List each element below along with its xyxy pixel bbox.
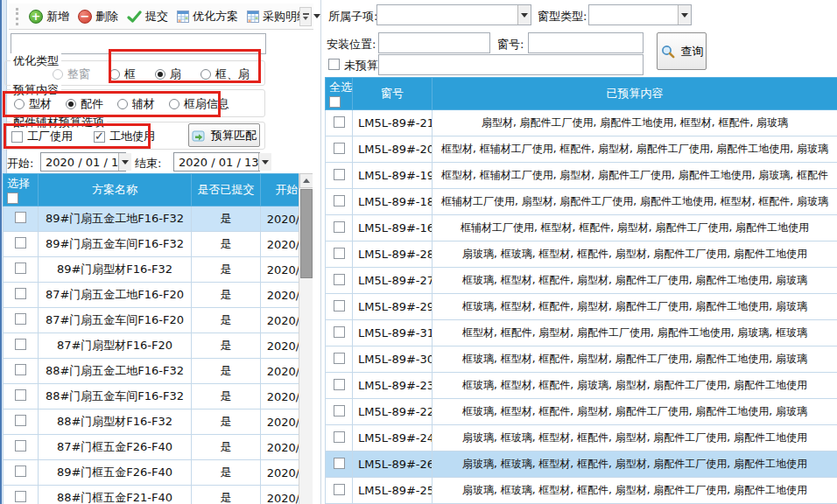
row-checkbox[interactable]	[334, 326, 345, 338]
plan-search-input[interactable]	[11, 33, 266, 54]
window-no-cell[interactable]: LM5L-89#-24F22	[353, 425, 433, 452]
select-all-plans-checkbox[interactable]	[7, 192, 18, 204]
row-checkbox[interactable]	[334, 221, 345, 233]
budget-content-option-4[interactable]: 框扇信息	[169, 96, 229, 112]
optimize-type-option-4[interactable]: 框、扇	[200, 66, 250, 82]
end-date-dropdown-button[interactable]	[258, 153, 271, 171]
budgeted-content-cell[interactable]: 框型材, 框辅材工厂使用, 扇型材, 扇配件工厂使用, 扇配件工地使用, 扇玻璃…	[433, 163, 837, 189]
window-row[interactable]: LM5L-89#-18F16框辅材工厂使用, 扇型材, 扇配件工厂使用, 扇配件…	[326, 189, 837, 215]
plan-name-cell[interactable]: 89#门框五金F26-F40	[39, 460, 192, 486]
plan-row[interactable]: 87#门扇型材F16-F20是2020/0	[4, 333, 313, 359]
window-no-cell[interactable]: LM5L-89#-20F18	[353, 136, 433, 163]
plan-row-select-cell[interactable]	[4, 333, 39, 359]
window-row-select-cell[interactable]	[326, 268, 353, 294]
plan-submitted-cell[interactable]: 是	[192, 333, 261, 359]
window-row-select-cell[interactable]	[326, 320, 353, 346]
budget-content-option-1[interactable]: 型材	[14, 96, 52, 112]
window-no-cell[interactable]: LM5L-89#-30F28	[353, 346, 433, 373]
window-row-select-cell[interactable]	[326, 373, 353, 399]
row-checkbox[interactable]	[15, 288, 26, 299]
budgeted-content-cell[interactable]: 框玻璃, 框型材, 框配件, 扇玻璃, 扇型材, 扇配件工厂使用, 扇配件工地使…	[433, 373, 837, 399]
plan-name-cell[interactable]: 88#门扇五金车间F16-F32	[39, 384, 192, 410]
plan-name-cell[interactable]: 88#门扇型材F16-F32	[39, 410, 192, 435]
window-row-select-cell[interactable]	[326, 163, 353, 189]
window-no-cell[interactable]: LM5L-89#-28F26	[353, 242, 433, 268]
plan-row-select-cell[interactable]	[4, 486, 39, 504]
plan-name-cell[interactable]: 87#门扇五金车间F16-F20	[39, 308, 192, 333]
submit-button[interactable]: 提交	[127, 9, 168, 24]
plan-row-select-cell[interactable]	[4, 384, 39, 410]
select-all-column-header[interactable]: 全选	[326, 78, 353, 110]
budgeted-content-cell[interactable]: 框辅材工厂使用, 扇型材, 扇配件工厂使用, 扇配件工地使用, 框型材, 框配件…	[433, 189, 837, 215]
plan-name-cell[interactable]: 89#门扇五金工地F16-F32	[39, 206, 192, 232]
plan-row[interactable]: 88#门扇五金工地F16-F32是2020/0	[4, 359, 313, 384]
plan-row-select-cell[interactable]	[4, 435, 39, 460]
window-no-column-header[interactable]: 窗号	[353, 78, 433, 110]
usage-option-2[interactable]: 工地使用	[94, 129, 155, 144]
window-row-select-cell[interactable]	[326, 136, 353, 163]
plan-name-cell[interactable]: 88#门扇五金工地F16-F32	[39, 359, 192, 384]
row-checkbox[interactable]	[15, 440, 26, 452]
unbudgeted-input[interactable]	[378, 54, 644, 75]
window-row[interactable]: LM5L-89#-30F28框玻璃, 框型材, 框配件, 扇型材, 扇配件工厂使…	[326, 346, 837, 373]
budget-content-option-3[interactable]: 辅材	[117, 96, 155, 112]
select-all-windows-checkbox[interactable]	[329, 96, 341, 108]
unbudgeted-checkbox[interactable]	[328, 59, 340, 70]
row-checkbox[interactable]	[334, 405, 345, 416]
start-date-dropdown-button[interactable]	[118, 153, 131, 171]
plan-submitted-cell[interactable]: 是	[192, 486, 261, 504]
budgeted-content-cell[interactable]: 框玻璃, 框型材, 框配件, 扇型材, 扇配件工厂使用, 扇配件工地使用, 扇玻…	[433, 346, 837, 373]
optimize-plan-button[interactable]: 优化方案	[177, 9, 238, 24]
row-checkbox[interactable]	[15, 262, 26, 274]
window-row[interactable]: LM5L-89#-19F17框型材, 框辅材工厂使用, 扇型材, 扇配件工厂使用…	[326, 163, 837, 189]
plan-row[interactable]: 89#门扇型材F16-F32是2020/0	[4, 257, 313, 283]
budgeted-content-cell[interactable]: 扇玻璃, 框玻璃, 框型材, 框配件, 扇型材, 扇配件工厂使用, 扇配件工地使…	[433, 452, 837, 478]
window-no-cell[interactable]: LM5L-89#-29F27	[353, 294, 433, 320]
delete-button[interactable]: − 删除	[78, 9, 118, 24]
install-position-input[interactable]	[378, 32, 490, 53]
window-row-select-cell[interactable]	[326, 189, 353, 215]
budgeted-content-cell[interactable]: 框辅材工厂使用, 框型材, 框配件, 扇型材, 扇配件工厂使用, 扇配件工地使用	[433, 215, 837, 242]
plan-name-cell[interactable]: 87#门框五金F26-F40	[39, 435, 192, 460]
row-checkbox[interactable]	[334, 300, 345, 312]
plan-row[interactable]: 88#门扇五金车间F16-F32是2020/0	[4, 384, 313, 410]
plan-submitted-cell[interactable]: 是	[192, 435, 261, 460]
submitted-column-header[interactable]: 是否已提交	[192, 174, 261, 206]
usage-option-1[interactable]: 工厂使用	[11, 129, 73, 144]
window-row[interactable]: LM5L-89#-29F27框玻璃, 框型材, 框配件, 扇型材, 扇配件工厂使…	[326, 294, 837, 320]
window-no-cell[interactable]: LM5L-89#-18F16	[353, 189, 433, 215]
plan-name-cell[interactable]: 89#门扇型材F16-F32	[39, 257, 192, 283]
plan-row[interactable]: 87#门扇五金工地F16-F20是2020/0	[4, 283, 313, 308]
plan-submitted-cell[interactable]: 是	[192, 283, 261, 308]
plan-submitted-cell[interactable]: 是	[192, 359, 261, 384]
plan-submitted-cell[interactable]: 是	[192, 384, 261, 410]
plan-row[interactable]: 87#门框五金F26-F40是2020/0	[4, 435, 313, 460]
window-row-select-cell[interactable]	[326, 478, 353, 504]
plan-submitted-cell[interactable]: 是	[192, 460, 261, 486]
window-row-select-cell[interactable]	[326, 110, 353, 136]
row-checkbox[interactable]	[15, 466, 26, 477]
row-checkbox[interactable]	[334, 431, 345, 443]
budgeted-content-cell[interactable]: 框玻璃, 框型材, 框配件, 扇型材, 扇配件工厂使用, 扇配件工地使用, 扇玻…	[433, 268, 837, 294]
window-row[interactable]: LM5L-89#-21F19扇型材, 扇配件工厂使用, 扇配件工地使用, 框型材…	[326, 110, 837, 136]
plan-row[interactable]: 89#门扇五金工地F16-F32是2020/0	[4, 206, 313, 232]
plan-row[interactable]: 88#门扇型材F16-F32是2020/0	[4, 410, 313, 435]
plan-submitted-cell[interactable]: 是	[192, 257, 261, 283]
plan-row[interactable]: 89#门扇五金车间F16-F32是2020/0	[4, 232, 313, 257]
window-row[interactable]: LM5L-89#-25F23扇玻璃, 框玻璃, 框型材, 框配件, 扇型材, 扇…	[326, 478, 837, 504]
plan-row-select-cell[interactable]	[4, 410, 39, 435]
plan-name-cell[interactable]: 87#门扇五金工地F16-F20	[39, 283, 192, 308]
plan-row[interactable]: 89#门框五金F26-F40是2020/0	[4, 460, 313, 486]
window-no-cell[interactable]: LM5L-89#-21F19	[353, 110, 433, 136]
window-no-cell[interactable]: LM5L-89#-19F17	[353, 163, 433, 189]
start-date-picker[interactable]: 2020 / 01 / 1	[40, 152, 126, 172]
window-row[interactable]: LM5L-89#-20F18框型材, 框辅材工厂使用, 框配件, 扇型材, 扇配…	[326, 136, 837, 163]
plan-name-cell[interactable]: 88#门框五金F21-F40	[39, 486, 192, 504]
row-checkbox[interactable]	[334, 248, 345, 259]
window-row-select-cell[interactable]	[326, 425, 353, 452]
row-checkbox[interactable]	[15, 364, 26, 375]
row-checkbox[interactable]	[334, 274, 345, 285]
plan-row[interactable]: 87#门扇五金车间F16-F20是2020/0	[4, 308, 313, 333]
query-button[interactable]: 查询	[657, 32, 707, 70]
window-row[interactable]: LM5L-89#-16F15框辅材工厂使用, 框型材, 框配件, 扇型材, 扇配…	[326, 215, 837, 242]
